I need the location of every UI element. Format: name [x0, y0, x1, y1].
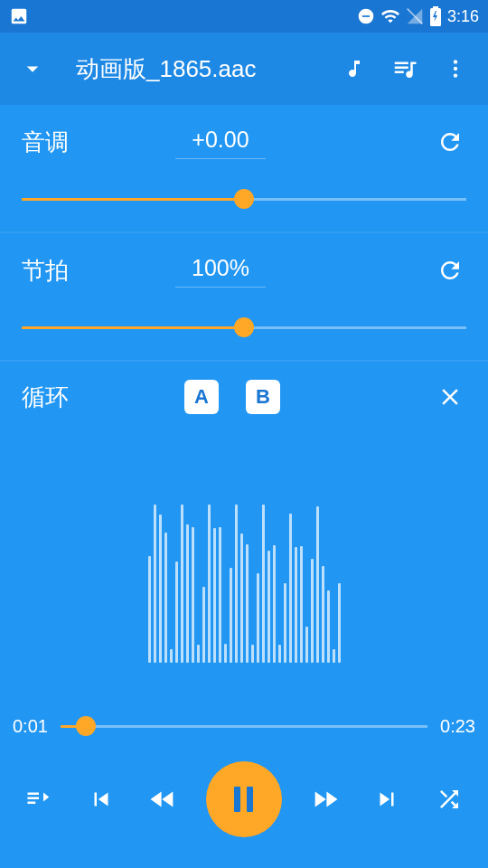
pause-button[interactable]	[206, 761, 282, 837]
controls-row	[0, 749, 488, 850]
dnd-icon	[357, 7, 375, 25]
loop-a-chip[interactable]: A	[184, 380, 219, 414]
queue-next-icon[interactable]	[20, 780, 58, 818]
wifi-icon	[380, 6, 400, 26]
battery-charging-icon	[429, 6, 442, 26]
tempo-label: 节拍	[22, 255, 175, 287]
waveform	[148, 473, 341, 663]
app-bar: 动画版_1865.aac	[0, 33, 488, 105]
pitch-panel: 音调 +0.00	[0, 105, 488, 233]
clock-text: 3:16	[447, 7, 479, 26]
pitch-slider[interactable]	[22, 186, 466, 212]
svg-rect-3	[433, 6, 438, 8]
pause-icon	[234, 787, 253, 812]
rewind-icon[interactable]	[144, 780, 182, 818]
reset-tempo-icon[interactable]	[434, 254, 466, 287]
file-title: 动画版_1865.aac	[67, 53, 320, 85]
no-sim-icon	[406, 7, 424, 25]
shuffle-icon[interactable]	[430, 780, 468, 818]
more-icon[interactable]	[439, 52, 472, 85]
reset-pitch-icon[interactable]	[434, 126, 466, 158]
current-time: 0:01	[13, 716, 48, 737]
pitch-label: 音调	[22, 127, 175, 158]
status-bar: 3:16	[0, 0, 488, 33]
svg-point-5	[454, 67, 457, 71]
close-loop-icon[interactable]	[434, 381, 466, 413]
collapse-icon[interactable]	[16, 52, 49, 85]
waveform-area	[0, 432, 488, 703]
forward-icon[interactable]	[306, 780, 344, 818]
image-icon	[9, 6, 29, 26]
previous-track-icon[interactable]	[82, 780, 120, 818]
tempo-slider[interactable]	[22, 315, 466, 340]
tempo-panel: 节拍 100%	[0, 233, 488, 362]
svg-point-4	[454, 60, 457, 63]
progress-row: 0:01 0:23	[0, 703, 488, 749]
next-track-icon[interactable]	[368, 780, 406, 818]
loop-label: 循环	[22, 382, 157, 413]
total-time: 0:23	[440, 716, 475, 737]
loop-row: 循环 A B	[0, 362, 488, 432]
tempo-value[interactable]: 100%	[175, 253, 266, 288]
progress-slider[interactable]	[61, 713, 427, 739]
svg-rect-1	[362, 15, 370, 17]
playlist-icon[interactable]	[389, 52, 421, 85]
pitch-value[interactable]: +0.00	[175, 125, 266, 159]
music-note-icon[interactable]	[338, 52, 371, 85]
loop-b-chip[interactable]: B	[246, 380, 280, 414]
svg-point-6	[454, 73, 457, 77]
